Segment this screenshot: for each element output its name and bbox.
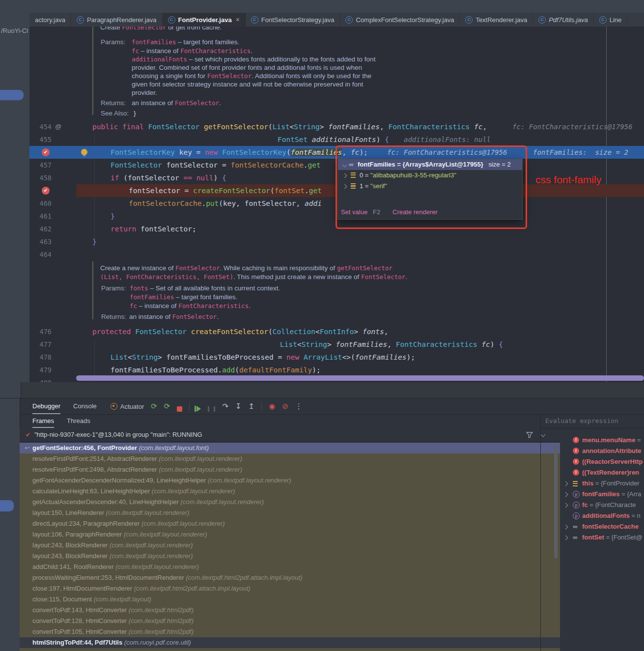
stack-frame-row[interactable]: htmlStringToPdf:44, Pdf7Utils (com.ruoyi…	[20, 637, 560, 648]
variable-row[interactable]: ∞fontSelectorCache	[540, 521, 644, 532]
editor-tab-fontprovider-java[interactable]: CFontProvider.java×	[163, 13, 246, 27]
code-text: List<String> fontFamilies, FontCharacter…	[280, 338, 503, 351]
stack-frame-row[interactable]: convertToPdf:143, HtmlConverter (com.ite…	[20, 605, 560, 616]
variable-row[interactable]: pfontFamilies = {Arra	[540, 489, 644, 500]
editor-tab-actory-java[interactable]: actory.java	[29, 13, 71, 27]
variable-row[interactable]: this = {FontProvider	[540, 478, 644, 489]
stack-frame-row[interactable]: ↩getFontSelector:456, FontProvider (com.…	[20, 443, 560, 453]
infinity-watch-icon: ∞	[573, 534, 577, 541]
editor-tab-complexfontselectorstrategy-java[interactable]: CComplexFontSelectorStrategy.java	[340, 13, 460, 27]
rail-selection-pill[interactable]	[0, 500, 14, 511]
chevron-right-icon[interactable]	[563, 525, 568, 530]
close-icon[interactable]: ×	[236, 16, 240, 24]
code-text: fontSelector = createFontSelector(fontSe…	[129, 184, 322, 197]
variable-name: ((ReactorServerHttp	[582, 456, 643, 467]
code-line: 454@public final FontSelector getFontSel…	[29, 120, 644, 133]
debug-tab-debugger[interactable]: Debugger	[32, 398, 60, 414]
variable-row[interactable]: !menu.menuName =	[540, 435, 644, 446]
debug-tab-console[interactable]: Console	[73, 398, 97, 414]
variable-row[interactable]: !annotationAttribute	[540, 446, 644, 456]
stack-frame-row[interactable]: convertToPdf:105, HtmlConverter (com.ite…	[20, 626, 560, 637]
doc-line: Params:fontFamilies – target font famili…	[29, 38, 644, 47]
doc-section-label: Returns:	[101, 312, 126, 321]
tab-actuator[interactable]: Actuator	[111, 403, 144, 410]
stack-frame-row[interactable]: layout:106, ParagraphRenderer (com.itext…	[20, 529, 560, 540]
code-text: }	[92, 235, 97, 248]
view-breakpoints-icon[interactable]: ◉	[269, 398, 275, 414]
mute-breakpoints-icon[interactable]: ⊘	[282, 398, 288, 414]
project-path-label: /RuoYi-Cl	[1, 27, 28, 34]
frame-package-label: (com.itextpdf.layout.renderer)	[180, 498, 264, 506]
chevron-right-icon[interactable]	[563, 503, 568, 508]
subtab-frames[interactable]: Frames	[32, 414, 54, 428]
frame-method-label: getActualAscenderDescender:40, LineHeigh…	[32, 498, 264, 506]
horizontal-scrollbar[interactable]	[76, 375, 644, 381]
step-over-icon[interactable]: ↷	[222, 398, 228, 414]
doc-text: (List, FontCharacteristics, FontSet). Th…	[100, 273, 407, 282]
rail-selection-pill[interactable]	[0, 90, 24, 100]
frame-package-label: (com.itextpdf.layout.renderer)	[208, 477, 291, 484]
debug-rail	[0, 398, 20, 651]
line-number: 479	[29, 364, 52, 376]
pause-icon[interactable]	[208, 406, 215, 412]
editor-tab-line[interactable]: CLine	[594, 13, 628, 27]
stack-frame-row[interactable]: convertToPdf:128, HtmlConverter (com.ite…	[20, 616, 560, 626]
doc-text: }	[134, 109, 136, 118]
variable-row[interactable]: ∞fontSet = {FontSet@	[540, 532, 644, 543]
doc-section-label: Params:	[101, 38, 125, 47]
frame-method-label: addChild:141, RootRenderer (com.itextpdf…	[32, 563, 199, 570]
stack-frame-row[interactable]: layout:150, LineRenderer (com.itextpdf.l…	[20, 508, 560, 518]
frame-package-label: (com.itextpdf.layout.renderer)	[110, 552, 193, 560]
class-icon: C	[168, 16, 175, 24]
chevron-right-icon[interactable]	[563, 492, 568, 497]
stop-icon[interactable]	[177, 406, 182, 412]
editor-tab-paragraphrenderer-java[interactable]: CParagraphRenderer.java	[71, 13, 163, 27]
thread-row[interactable]: ✔ "http-nio-9307-exec-1"@13,040 in group…	[20, 428, 560, 442]
step-into-icon[interactable]: ↧	[235, 398, 242, 414]
stack-frame-row[interactable]: getActualAscenderDescender:40, LineHeigh…	[20, 497, 560, 508]
variable-row[interactable]: pfc = {FontCharacte	[540, 500, 644, 510]
chevron-right-icon[interactable]	[563, 536, 568, 540]
stack-frame-row[interactable]: addChild:141, RootRenderer (com.itextpdf…	[20, 562, 560, 572]
stack-frame-row[interactable]: close:115, Document (com.itextpdf.layout…	[20, 594, 560, 605]
editor-tab-fontselectorstrategy-java[interactable]: CFontSelectorStrategy.java	[246, 13, 340, 27]
editor-tab-textrenderer-java[interactable]: CTextRenderer.java	[460, 13, 533, 27]
stack-frame-row[interactable]: processWaitingElement:253, HtmlDocumentR…	[20, 572, 560, 583]
doc-text: fontFamilies – target font families.	[130, 293, 237, 302]
frame-method-label: convertToPdf:143, HtmlConverter (com.ite…	[32, 606, 194, 614]
doc-text: an instance of FontSelector.	[129, 312, 219, 321]
rerun-icon[interactable]: ⟳	[151, 398, 157, 414]
resume-icon[interactable]	[196, 406, 201, 412]
doc-line: Params:fonts – Set of all available font…	[29, 284, 644, 293]
intention-bulb-icon[interactable]	[81, 149, 87, 155]
stack-frame-row[interactable]: directLayout:234, ParagraphRenderer (com…	[20, 518, 560, 529]
breakpoint-icon[interactable]: ✔	[42, 148, 50, 156]
evaluate-expression-bar[interactable]: Evaluate expression	[540, 414, 644, 428]
stack-frame-row[interactable]: layout:243, BlockRenderer (com.itextpdf.…	[20, 540, 560, 551]
stack-frame-row[interactable]: templateToPdf:70, TemplateFolderSupportC…	[20, 648, 560, 651]
breakpoint-icon[interactable]: ✔	[42, 187, 50, 195]
doc-text: an instance of FontSelector.	[132, 99, 221, 108]
doc-text: Create FontSelector or get from cache.	[100, 27, 222, 32]
stack-frame-row[interactable]: close:197, HtmlDocumentRenderer (com.ite…	[20, 583, 560, 594]
more-icon[interactable]: ⋮	[295, 398, 303, 414]
subtab-threads[interactable]: Threads	[67, 414, 90, 428]
stack-frame-row[interactable]: layout:243, BlockRenderer (com.itextpdf.…	[20, 551, 560, 562]
variable-row[interactable]: padditionalFonts = n	[540, 510, 644, 521]
rerun-debug-icon[interactable]: ⟳	[164, 398, 170, 414]
editor-tab-pdf7utils-java[interactable]: CPdf7Utils.java	[533, 13, 593, 27]
stack-frame-row[interactable]: resolveFirstPdfFont:2514, AbstractRender…	[20, 453, 560, 464]
project-rail: /RuoYi-Cl	[0, 0, 29, 382]
step-out-icon[interactable]: ↥	[249, 398, 255, 414]
frame-method-label: convertToPdf:128, HtmlConverter (com.ite…	[32, 617, 194, 624]
frame-package-label: (com.itextpdf.layout.renderer)	[159, 466, 242, 473]
chevron-right-icon[interactable]	[563, 481, 568, 486]
filter-funnel-icon[interactable]	[526, 432, 533, 438]
frame-method-label: processWaitingElement:253, HtmlDocumentR…	[32, 574, 302, 581]
stack-frame-row[interactable]: resolveFirstPdfFont:2498, AbstractRender…	[20, 464, 560, 475]
variable-row[interactable]: !((TextRenderer)ren	[540, 467, 644, 478]
stack-frame-row[interactable]: calculateLineHeight:63, LineHeightHelper…	[20, 486, 560, 497]
code-editor[interactable]: Create FontSelector or get from cache.Pa…	[29, 27, 644, 382]
variable-row[interactable]: !((ReactorServerHttp	[540, 456, 644, 467]
stack-frame-row[interactable]: getFontAscenderDescenderNormalized:49, L…	[20, 475, 560, 486]
